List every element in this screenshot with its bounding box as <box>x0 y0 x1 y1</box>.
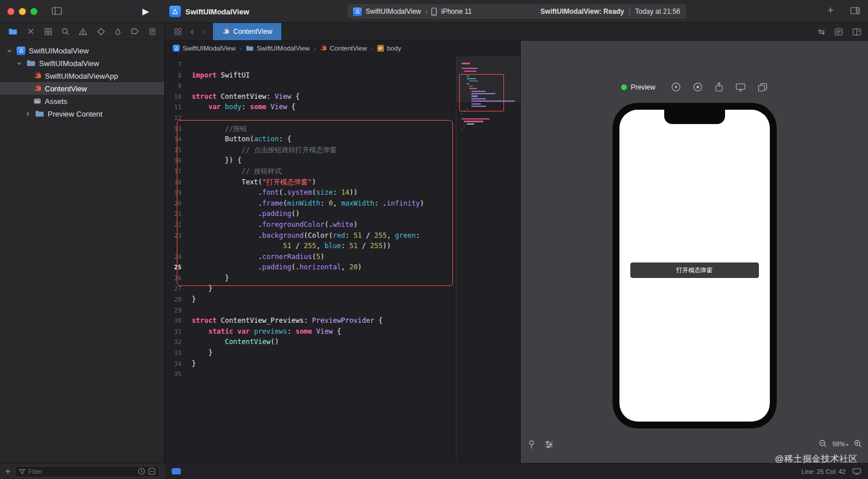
tree-item-group[interactable]: SwiftUIModalView <box>0 57 164 69</box>
tree-item-preview-content[interactable]: Preview Content <box>0 107 164 120</box>
line-number[interactable]: 25 <box>165 262 187 273</box>
line-number[interactable]: 21 <box>165 208 187 219</box>
code-text[interactable]: ContentView() <box>187 337 279 347</box>
code-text[interactable]: .padding() <box>187 208 300 219</box>
tab-overview-icon[interactable] <box>174 28 182 36</box>
live-preview-icon[interactable] <box>671 82 681 92</box>
breadcrumb-project[interactable]: SwiftUIModalView <box>173 45 235 52</box>
line-number[interactable]: 9 <box>165 80 187 91</box>
minimap[interactable] <box>456 56 520 463</box>
code-text[interactable]: } <box>187 294 196 305</box>
scheme-selector[interactable]: SwiftUIModalView › iPhone 11 <box>353 7 472 16</box>
editor-options-icon[interactable] <box>835 28 843 36</box>
debug-navigator-icon[interactable] <box>114 28 122 36</box>
find-navigator-icon[interactable] <box>61 28 69 36</box>
chevron-down-icon[interactable] <box>16 60 23 67</box>
add-editor-icon[interactable] <box>852 28 861 36</box>
line-number[interactable]: 27 <box>165 283 187 294</box>
zoom-window-button[interactable] <box>30 8 37 15</box>
code-text[interactable]: }) { <box>187 155 242 166</box>
add-file-icon[interactable]: + <box>5 466 10 477</box>
toggle-navigator-icon[interactable] <box>52 7 62 15</box>
line-number[interactable]: 23 <box>165 230 187 241</box>
code-text[interactable]: // 按钮样式 <box>187 166 281 177</box>
line-number[interactable]: 14 <box>165 134 187 145</box>
tree-item-project[interactable]: SwiftUIModalView <box>0 44 164 57</box>
line-number[interactable]: 19 <box>165 187 187 198</box>
code-text[interactable]: struct ContentView_Previews: PreviewProv… <box>187 315 382 326</box>
tab-contentview[interactable]: ContentView <box>213 23 281 40</box>
breadcrumb-group[interactable]: SwiftUIModalView <box>246 45 309 52</box>
zoom-level[interactable]: 58%▾ <box>832 441 848 447</box>
share-preview-icon[interactable] <box>715 82 723 92</box>
chevron-right-icon[interactable] <box>24 111 32 117</box>
code-text[interactable]: var body: some View { <box>187 102 296 113</box>
chevron-down-icon[interactable] <box>6 48 13 54</box>
issue-navigator-icon[interactable] <box>79 28 87 36</box>
line-number[interactable]: 30 <box>165 315 187 326</box>
tree-item-contentview[interactable]: ContentView <box>0 82 164 95</box>
code-text[interactable]: } <box>187 283 212 294</box>
code-text[interactable]: static var previews: some View { <box>187 326 341 337</box>
line-number[interactable]: 32 <box>165 337 187 347</box>
pin-preview-icon[interactable] <box>528 440 536 449</box>
line-number[interactable]: 29 <box>165 305 187 316</box>
device-settings-icon[interactable] <box>735 83 746 92</box>
filter-field[interactable] <box>15 466 160 477</box>
code-text[interactable]: } <box>187 358 196 369</box>
code-text[interactable]: .background(Color(red: 51 / 255, green: … <box>187 230 420 252</box>
line-number[interactable]: 34 <box>165 358 187 369</box>
editor-layout-icon[interactable] <box>850 7 860 14</box>
line-number[interactable]: 17 <box>165 166 187 177</box>
editor-display-icon[interactable] <box>852 468 861 475</box>
line-number[interactable]: 26 <box>165 273 187 284</box>
code-text[interactable] <box>187 59 196 70</box>
library-plus-icon[interactable]: + <box>827 5 834 16</box>
line-number[interactable]: 12 <box>165 113 187 123</box>
code-text[interactable] <box>187 80 196 91</box>
code-text[interactable]: .cornerRadius(5) <box>187 252 324 262</box>
recent-files-icon[interactable] <box>138 468 145 475</box>
report-navigator-icon[interactable] <box>149 28 156 36</box>
code-text[interactable]: .padding(.horizontal, 20) <box>187 262 362 273</box>
code-text[interactable]: } <box>187 347 212 358</box>
zoom-out-icon[interactable] <box>819 439 827 448</box>
close-window-button[interactable] <box>7 8 14 15</box>
line-number[interactable]: 15 <box>165 145 187 156</box>
code-text[interactable]: .frame(minWidth: 0, maxWidth: .infinity) <box>187 198 424 209</box>
line-number[interactable]: 31 <box>165 326 187 337</box>
code-text[interactable]: import SwiftUI <box>187 70 250 81</box>
code-text[interactable]: struct ContentView: View { <box>187 91 300 102</box>
breakpoint-navigator-icon[interactable] <box>131 28 139 35</box>
run-button[interactable]: ▶ <box>142 6 149 17</box>
line-number[interactable]: 22 <box>165 219 187 230</box>
code-text[interactable] <box>187 113 196 123</box>
code-text[interactable] <box>187 369 196 380</box>
duplicate-preview-icon[interactable] <box>758 83 768 92</box>
line-number[interactable]: 16 <box>165 155 187 166</box>
code-text[interactable]: Text("打开模态弹窗") <box>187 177 316 188</box>
filter-input[interactable] <box>28 468 135 475</box>
code-text[interactable]: } <box>187 273 229 284</box>
code-text[interactable]: .font(.system(size: 14)) <box>187 187 358 198</box>
source-control-icon[interactable] <box>27 28 34 35</box>
symbol-navigator-icon[interactable] <box>44 28 52 36</box>
back-icon[interactable]: ‹ <box>191 27 194 36</box>
line-number[interactable]: 10 <box>165 91 187 102</box>
line-number[interactable]: 28 <box>165 294 187 305</box>
line-number[interactable]: 11 <box>165 102 187 113</box>
line-number[interactable]: 13 <box>165 123 187 134</box>
line-number[interactable]: 8 <box>165 70 187 81</box>
tree-item-app-file[interactable]: SwiftUIModalViewApp <box>0 69 164 82</box>
line-number[interactable]: 18 <box>165 177 187 188</box>
source-control-status-icon[interactable] <box>148 468 156 475</box>
line-number[interactable]: 7 <box>165 59 187 70</box>
forward-icon[interactable]: › <box>203 27 206 36</box>
line-number[interactable]: 35 <box>165 369 187 380</box>
open-modal-button[interactable]: 打开模态弹窗 <box>630 262 759 278</box>
code-review-icon[interactable]: ⇆ <box>818 27 825 36</box>
debug-preview-icon[interactable] <box>693 82 703 92</box>
line-number[interactable]: 33 <box>165 347 187 358</box>
source-editor[interactable]: 7 8import SwiftUI9 10struct ContentView:… <box>165 56 456 463</box>
code-text[interactable] <box>187 305 196 316</box>
